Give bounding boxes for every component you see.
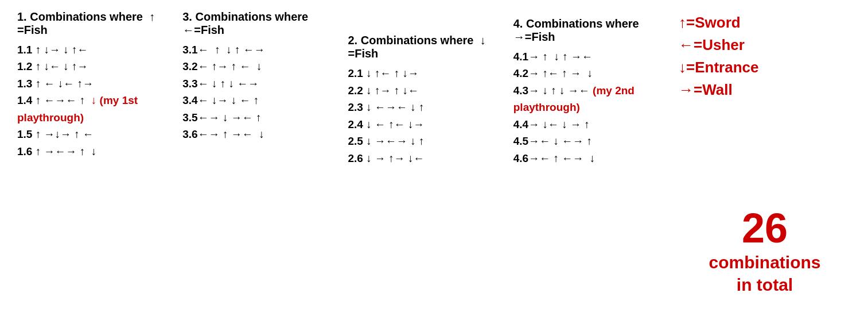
combo-3-2: 3.2← ↑→ ↑ ← ↓ bbox=[182, 58, 336, 75]
section-2: 2. Combinations where ↓ =Fish 2.1 ↓ ↑← ↑… bbox=[342, 6, 508, 310]
section-1: 1. Combinations where ↑ =Fish 1.1 ↑ ↓→ ↓… bbox=[11, 6, 177, 310]
combo-2-4: 2.4 ↓ ← ↑← ↓→ bbox=[348, 116, 502, 133]
legend-left: ←=Usher bbox=[679, 34, 851, 56]
combo-1-6: 1.6 ↑ →←→ ↑ ↓ bbox=[17, 143, 171, 160]
combo-4-1: 4.1→ ↑ ↓ ↑ →← bbox=[513, 48, 667, 65]
combo-2-2: 2.2 ↓ ↑→ ↑ ↓← bbox=[348, 82, 502, 99]
legend-right: →=Wall bbox=[679, 79, 851, 101]
combo-1-4: 1.4 ↑ ←→← ↑ ↓ (my 1st playthrough) bbox=[17, 92, 171, 126]
combo-1-5: 1.5 ↑ →↓→ ↑ ← bbox=[17, 126, 171, 142]
combo-4-4: 4.4→ ↓← ↓ → ↑ bbox=[513, 116, 667, 133]
left-panel: 1. Combinations where ↑ =Fish 1.1 ↑ ↓→ ↓… bbox=[11, 6, 342, 310]
total-box: 26 combinations in total bbox=[679, 206, 851, 296]
section-4: 4. Combinations where →=Fish 4.1→ ↑ ↓ ↑ … bbox=[508, 6, 673, 310]
total-number: 26 bbox=[679, 206, 851, 251]
total-text-in-total: in total bbox=[679, 273, 851, 296]
combo-3-3: 3.3← ↓ ↑ ↓ ←→ bbox=[182, 75, 336, 92]
combo-3-5: 3.5←→ ↓ →← ↑ bbox=[182, 109, 336, 126]
legend: ↑=Sword ←=Usher ↓=Entrance →=Wall bbox=[679, 11, 851, 101]
combo-1-3: 1.3 ↑ ← ↓← ↑→ bbox=[17, 75, 171, 92]
combo-3-6: 3.6←→ ↑ →← ↓ bbox=[182, 126, 336, 142]
combo-4-3: 4.3→ ↓ ↑ ↓ →← (my 2nd playthrough) bbox=[513, 82, 667, 116]
section-3-title: 3. Combinations where ←=Fish bbox=[182, 10, 336, 37]
section-3: 3. Combinations where ←=Fish 3.1← ↑ ↓ ↑ … bbox=[177, 6, 342, 310]
right-panel: ↑=Sword ←=Usher ↓=Entrance →=Wall 26 com… bbox=[673, 6, 857, 310]
left-panel-2: 2. Combinations where ↓ =Fish 2.1 ↓ ↑← ↑… bbox=[342, 6, 674, 310]
combo-2-1: 2.1 ↓ ↑← ↑ ↓→ bbox=[348, 65, 502, 82]
legend-up: ↑=Sword bbox=[679, 11, 851, 34]
section-2-title: 2. Combinations where ↓ =Fish bbox=[348, 34, 502, 60]
combo-4-6: 4.6→← ↑ ←→ ↓ bbox=[513, 150, 667, 167]
legend-down: ↓=Entrance bbox=[679, 56, 851, 79]
combo-3-4: 3.4← ↓→ ↓ ← ↑ bbox=[182, 92, 336, 109]
combo-4-5: 4.5→← ↓ ←→ ↑ bbox=[513, 133, 667, 149]
note-2nd-playthrough: (my 2nd playthrough) bbox=[513, 84, 635, 113]
combo-2-3: 2.3 ↓ ←→← ↓ ↑ bbox=[348, 99, 502, 115]
combo-2-6: 2.6 ↓ → ↑→ ↓← bbox=[348, 150, 502, 167]
combo-3-1: 3.1← ↑ ↓ ↑ ←→ bbox=[182, 41, 336, 58]
combo-1-2: 1.2 ↑ ↓← ↓ ↑→ bbox=[17, 58, 171, 75]
section-4-title: 4. Combinations where →=Fish bbox=[513, 17, 667, 44]
total-text-combinations: combinations bbox=[679, 251, 851, 273]
combo-2-5: 2.5 ↓ →←→ ↓ ↑ bbox=[348, 133, 502, 149]
combo-1-1: 1.1 ↑ ↓→ ↓ ↑← bbox=[17, 41, 171, 58]
main-content: 1. Combinations where ↑ =Fish 1.1 ↑ ↓→ ↓… bbox=[11, 6, 857, 310]
note-1st-playthrough: ↓ (my 1st playthrough) bbox=[17, 94, 138, 123]
section-1-title: 1. Combinations where ↑ =Fish bbox=[17, 10, 171, 37]
combo-4-2: 4.2→ ↑← ↑ → ↓ bbox=[513, 65, 667, 82]
